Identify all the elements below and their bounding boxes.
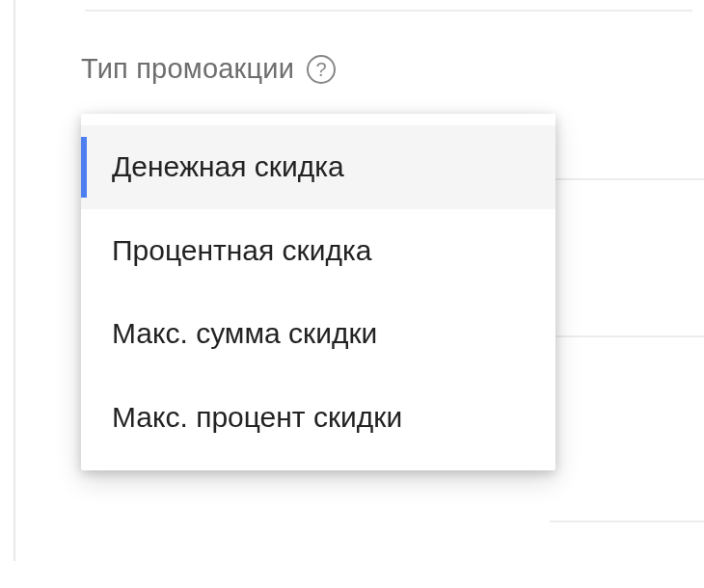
dropdown-option-percent-discount[interactable]: Процентная скидка — [81, 209, 555, 293]
promotion-type-label: Тип промоакции ? — [81, 53, 336, 85]
promotion-type-dropdown[interactable]: Денежная скидка Процентная скидка Макс. … — [81, 114, 555, 470]
help-icon[interactable]: ? — [307, 55, 336, 84]
horizontal-divider-top — [85, 10, 692, 12]
dropdown-option-label: Процентная скидка — [112, 234, 371, 266]
dropdown-option-max-discount-percent[interactable]: Макс. процент скидки — [81, 376, 555, 460]
dropdown-option-label: Денежная скидка — [112, 150, 344, 182]
horizontal-divider-lower — [550, 335, 704, 337]
left-vertical-divider — [14, 0, 15, 561]
dropdown-option-label: Макс. сумма скидки — [112, 317, 377, 349]
dropdown-option-monetary-discount[interactable]: Денежная скидка — [81, 125, 555, 209]
horizontal-divider-bottom — [550, 521, 704, 522]
dropdown-option-label: Макс. процент скидки — [112, 401, 402, 433]
dropdown-option-max-discount-amount[interactable]: Макс. сумма скидки — [81, 292, 555, 376]
horizontal-divider-mid — [550, 178, 704, 180]
field-label-text: Тип промоакции — [81, 53, 294, 85]
